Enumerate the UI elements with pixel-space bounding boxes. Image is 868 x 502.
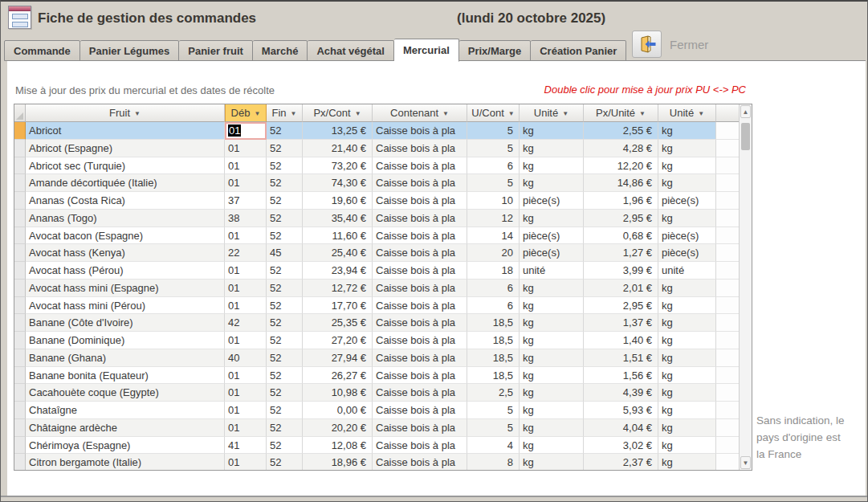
- cell-deb[interactable]: 01: [225, 157, 267, 175]
- cell-deb[interactable]: 41: [225, 437, 267, 455]
- cell-contenant[interactable]: Caisse bois à pla: [373, 297, 467, 315]
- cell-fin[interactable]: 52: [267, 367, 303, 385]
- cell-px_cont[interactable]: 27,20 €: [303, 332, 373, 349]
- cell-contenant[interactable]: Caisse bois à pla: [373, 122, 467, 140]
- cell-px_unite[interactable]: 2,55 €: [584, 122, 658, 140]
- cell-deb[interactable]: 01: [225, 140, 267, 157]
- cell-px_unite[interactable]: 2,01 €: [584, 280, 658, 297]
- cell-fin[interactable]: 52: [267, 174, 303, 192]
- cell-deb[interactable]: 01: [225, 402, 267, 419]
- cell-fin[interactable]: 52: [267, 419, 303, 437]
- cell-fin[interactable]: 52: [267, 210, 303, 227]
- cell-unite[interactable]: kg: [520, 454, 584, 471]
- column-header-px_unite[interactable]: Px/Unité▼: [584, 104, 658, 122]
- cell-px_unite[interactable]: 4,04 €: [584, 419, 658, 437]
- cell-contenant[interactable]: Caisse bois à pla: [373, 314, 467, 332]
- cell-u_cont[interactable]: 5: [467, 402, 520, 419]
- cell-px_cont[interactable]: 18,96 €: [303, 454, 373, 471]
- close-form-button[interactable]: [632, 31, 662, 58]
- cell-deb[interactable]: 42: [225, 314, 267, 332]
- cell-u_cont[interactable]: 5: [467, 419, 520, 437]
- cell-px_unite[interactable]: 2,37 €: [584, 454, 658, 471]
- cell-unite2[interactable]: pièce(s): [658, 244, 716, 262]
- cell-unite[interactable]: unité: [520, 262, 584, 280]
- cell-fruit[interactable]: Amande décortiquée (Italie): [26, 174, 225, 192]
- cell-fin[interactable]: 52: [267, 157, 303, 175]
- cell-unite2[interactable]: kg: [658, 157, 716, 175]
- cell-unite[interactable]: kg: [520, 402, 584, 419]
- cell-unite[interactable]: kg: [520, 437, 584, 455]
- cell-px_cont[interactable]: 17,70 €: [303, 297, 373, 315]
- cell-unite2[interactable]: pièce(s): [658, 227, 716, 245]
- column-dropdown-icon[interactable]: ▼: [442, 110, 449, 117]
- cell-unite[interactable]: kg: [520, 210, 584, 227]
- cell-deb[interactable]: 01: [225, 419, 267, 437]
- cell-px_unite[interactable]: 5,93 €: [584, 402, 658, 419]
- cell-px_cont[interactable]: 13,25 €: [303, 122, 373, 140]
- cell-unite2[interactable]: kg: [658, 332, 716, 349]
- cell-unite[interactable]: kg: [520, 122, 584, 140]
- cell-unite2[interactable]: kg: [658, 297, 716, 315]
- column-dropdown-icon[interactable]: ▼: [508, 110, 515, 117]
- tab-prix-marge[interactable]: Prix/Marge: [459, 40, 531, 61]
- cell-unite2[interactable]: kg: [658, 419, 716, 437]
- cell-u_cont[interactable]: 18,5: [467, 367, 520, 385]
- vertical-scrollbar[interactable]: ▲ ▼: [739, 104, 752, 470]
- cell-fruit[interactable]: Abricot sec (Turquie): [26, 157, 225, 175]
- cell-u_cont[interactable]: 8: [467, 454, 520, 471]
- row-selector[interactable]: [14, 244, 26, 262]
- cell-fin[interactable]: 52: [267, 192, 303, 210]
- cell-px_unite[interactable]: 1,37 €: [584, 314, 658, 332]
- cell-px_cont[interactable]: 21,40 €: [303, 140, 373, 157]
- cell-px_unite[interactable]: 4,39 €: [584, 384, 658, 402]
- cell-px_unite[interactable]: 1,96 €: [584, 192, 658, 210]
- cell-unite2[interactable]: unité: [658, 262, 716, 280]
- cell-u_cont[interactable]: 4: [467, 437, 520, 455]
- column-dropdown-icon[interactable]: ▼: [355, 110, 361, 117]
- row-selector[interactable]: [14, 174, 26, 192]
- cell-unite[interactable]: kg: [520, 140, 584, 157]
- cell-px_unite[interactable]: 0,68 €: [584, 227, 658, 245]
- cell-contenant[interactable]: Caisse bois à pla: [373, 280, 467, 297]
- cell-unite[interactable]: kg: [520, 349, 584, 367]
- cell-contenant[interactable]: Caisse bois à pla: [373, 384, 467, 402]
- cell-px_cont[interactable]: 20,20 €: [303, 419, 373, 437]
- cell-contenant[interactable]: Caisse bois à pla: [373, 437, 467, 455]
- cell-contenant[interactable]: Caisse bois à pla: [373, 349, 467, 367]
- cell-u_cont[interactable]: 6: [467, 297, 520, 315]
- cell-deb[interactable]: 40: [225, 349, 267, 367]
- cell-px_cont[interactable]: 26,27 €: [303, 367, 373, 385]
- tab-mercurial[interactable]: Mercurial: [394, 39, 459, 62]
- cell-unite2[interactable]: kg: [658, 454, 716, 471]
- cell-contenant[interactable]: Caisse bois à pla: [373, 227, 467, 245]
- cell-u_cont[interactable]: 6: [467, 280, 520, 297]
- cell-unite[interactable]: pièce(s): [520, 227, 584, 245]
- cell-fin[interactable]: 52: [267, 402, 303, 419]
- cell-deb[interactable]: 01: [225, 332, 267, 349]
- cell-unite2[interactable]: kg: [658, 210, 716, 227]
- column-dropdown-icon[interactable]: ▼: [698, 110, 704, 117]
- cell-unite2[interactable]: kg: [658, 349, 716, 367]
- cell-fruit[interactable]: Abricot (Espagne): [26, 140, 225, 157]
- cell-contenant[interactable]: Caisse bois à pla: [373, 174, 467, 192]
- cell-unite[interactable]: kg: [520, 314, 584, 332]
- cell-px_cont[interactable]: 0,00 €: [303, 402, 373, 419]
- scroll-up-button[interactable]: ▲: [740, 105, 751, 118]
- cell-unite[interactable]: pièce(s): [520, 244, 584, 262]
- cell-unite2[interactable]: kg: [658, 314, 716, 332]
- cell-px_cont[interactable]: 10,98 €: [303, 384, 373, 402]
- cell-deb[interactable]: 01: [225, 384, 267, 402]
- cell-u_cont[interactable]: 2,5: [467, 384, 520, 402]
- cell-fruit[interactable]: Avocat hass mini (Espagne): [26, 280, 225, 297]
- cell-px_unite[interactable]: 1,51 €: [584, 349, 658, 367]
- cell-px_unite[interactable]: 4,28 €: [584, 140, 658, 157]
- column-dropdown-icon[interactable]: ▼: [639, 110, 646, 117]
- cell-contenant[interactable]: Caisse bois à pla: [373, 140, 467, 157]
- cell-px_cont[interactable]: 35,40 €: [303, 210, 373, 227]
- cell-deb[interactable]: 01: [225, 174, 267, 192]
- row-selector[interactable]: [14, 454, 26, 471]
- row-selector[interactable]: [14, 437, 26, 455]
- row-selector[interactable]: [14, 122, 26, 140]
- cell-px_unite[interactable]: 14,86 €: [584, 174, 658, 192]
- cell-px_unite[interactable]: 1,40 €: [584, 332, 658, 349]
